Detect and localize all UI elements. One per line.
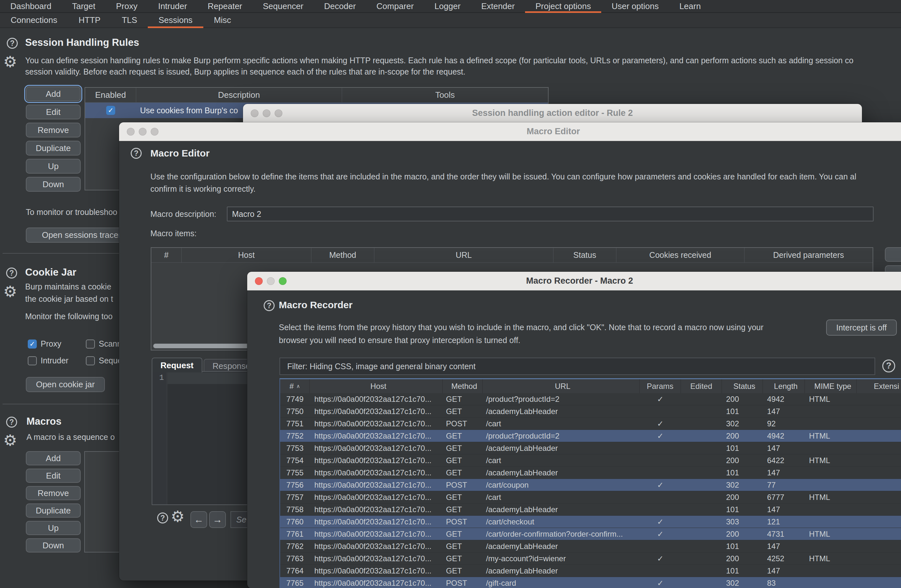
settings-gear-icon[interactable]: [3, 54, 17, 70]
column-header-status[interactable]: Status: [722, 379, 763, 393]
macros-action-button[interactable]: Down: [26, 538, 81, 552]
history-row[interactable]: 7751 https://0a0a00f2032aa127c1c70... PO…: [280, 418, 901, 430]
forward-arrow-button[interactable]: [209, 511, 226, 528]
column-header-url[interactable]: URL: [483, 379, 640, 393]
menu-item[interactable]: Logger: [424, 0, 471, 12]
window-titlebar[interactable]: Macro Recorder - Macro 2: [247, 272, 901, 290]
tool-checkbox-row[interactable]: Intruder: [28, 356, 69, 365]
column-header-host[interactable]: Host: [182, 248, 312, 262]
zoom-button[interactable]: [274, 109, 282, 117]
macros-action-button[interactable]: Remove: [26, 486, 81, 500]
rules-action-button[interactable]: Remove: [26, 123, 81, 137]
tool-checkbox-row[interactable]: Seque: [86, 356, 122, 365]
close-button[interactable]: [255, 277, 263, 285]
history-row[interactable]: 7753 https://0a0a00f2032aa127c1c70... GE…: [280, 442, 901, 454]
settings-gear-icon[interactable]: [3, 433, 17, 448]
minimize-button[interactable]: [139, 128, 147, 136]
help-icon[interactable]: [7, 38, 18, 49]
menu-item[interactable]: Proxy: [106, 0, 148, 12]
window-titlebar[interactable]: Macro Editor: [119, 122, 901, 141]
menu-item[interactable]: Intruder: [148, 0, 198, 12]
column-header-enabled[interactable]: Enabled: [85, 88, 136, 102]
rules-action-button[interactable]: Edit: [26, 104, 81, 119]
column-header-tools[interactable]: Tools: [342, 88, 548, 102]
history-row[interactable]: 7754 https://0a0a00f2032aa127c1c70... GE…: [280, 454, 901, 467]
macro-items-side-button[interactable]: [885, 247, 901, 262]
menu-item[interactable]: Target: [62, 0, 106, 12]
menu-item[interactable]: Project options: [525, 0, 601, 12]
back-arrow-button[interactable]: [190, 511, 207, 528]
history-row[interactable]: 7765 https://0a0a00f2032aa127c1c70... PO…: [280, 577, 901, 588]
menu-item[interactable]: Decoder: [314, 0, 366, 12]
open-cookie-jar-button[interactable]: Open cookie jar: [26, 377, 105, 392]
close-button[interactable]: [251, 109, 259, 117]
tab-item[interactable]: Sessions: [148, 13, 203, 27]
rules-action-button[interactable]: Up: [26, 159, 81, 174]
menu-item[interactable]: Sequencer: [253, 0, 314, 12]
rules-action-button[interactable]: Down: [26, 177, 81, 192]
menu-item[interactable]: User options: [601, 0, 669, 12]
macros-action-button[interactable]: Up: [26, 521, 81, 535]
history-row[interactable]: 7752 https://0a0a00f2032aa127c1c70... GE…: [280, 430, 901, 442]
rule-enabled-checkbox[interactable]: [106, 106, 115, 115]
history-row[interactable]: 7763 https://0a0a00f2032aa127c1c70... GE…: [280, 552, 901, 565]
history-row[interactable]: 7758 https://0a0a00f2032aa127c1c70... GE…: [280, 504, 901, 516]
tool-checkbox-row[interactable]: Scann: [86, 339, 122, 349]
help-icon[interactable]: [6, 268, 17, 279]
history-row[interactable]: 7761 https://0a0a00f2032aa127c1c70... GE…: [280, 528, 901, 540]
history-row[interactable]: 7764 https://0a0a00f2032aa127c1c70... GE…: [280, 565, 901, 577]
history-row[interactable]: 7762 https://0a0a00f2032aa127c1c70... GE…: [280, 540, 901, 552]
column-header-extension[interactable]: Extensi: [857, 379, 901, 393]
settings-gear-icon[interactable]: [171, 509, 185, 524]
history-row[interactable]: 7750 https://0a0a00f2032aa127c1c70... GE…: [280, 406, 901, 418]
history-filter-bar[interactable]: Filter: Hiding CSS, image and general bi…: [279, 357, 875, 375]
rules-action-button[interactable]: Duplicate: [26, 141, 81, 156]
help-icon[interactable]: [6, 416, 17, 427]
column-header-mime-type[interactable]: MIME type: [805, 379, 857, 393]
column-header-derived-parameters[interactable]: Derived parameters: [745, 248, 873, 262]
menu-item[interactable]: Comparer: [366, 0, 424, 12]
checkbox[interactable]: [86, 356, 95, 365]
checkbox[interactable]: [86, 340, 95, 349]
history-row[interactable]: 7755 https://0a0a00f2032aa127c1c70... GE…: [280, 467, 901, 479]
intercept-toggle-button[interactable]: Intercept is off: [826, 320, 897, 335]
column-header-url[interactable]: URL: [374, 248, 553, 262]
macros-action-button[interactable]: Edit: [26, 469, 81, 483]
checkbox[interactable]: [28, 340, 37, 349]
column-header-cookies-received[interactable]: Cookies received: [616, 248, 745, 262]
history-row[interactable]: 7749 https://0a0a00f2032aa127c1c70... GE…: [280, 393, 901, 406]
menu-item[interactable]: Dashboard: [0, 0, 62, 12]
history-row[interactable]: 7756 https://0a0a00f2032aa127c1c70... PO…: [280, 479, 901, 491]
close-button[interactable]: [127, 128, 134, 136]
menu-item[interactable]: Repeater: [198, 0, 253, 12]
filter-help-icon[interactable]: [882, 360, 895, 373]
zoom-button[interactable]: [151, 128, 159, 136]
menu-item[interactable]: Extender: [471, 0, 525, 12]
tab-item[interactable]: TLS: [111, 13, 148, 27]
macros-action-button[interactable]: Duplicate: [26, 504, 81, 518]
history-row[interactable]: 7760 https://0a0a00f2032aa127c1c70... PO…: [280, 516, 901, 528]
column-header-status[interactable]: Status: [553, 248, 616, 262]
tool-checkbox-row[interactable]: Proxy: [28, 339, 61, 349]
help-icon[interactable]: [157, 513, 168, 524]
settings-gear-icon[interactable]: [3, 284, 17, 299]
history-row[interactable]: 7757 https://0a0a00f2032aa127c1c70... GE…: [280, 491, 901, 504]
menu-item[interactable]: Learn: [669, 0, 711, 12]
column-header-number[interactable]: #: [280, 379, 310, 393]
macros-action-button[interactable]: Add: [26, 451, 81, 465]
column-header-params[interactable]: Params: [640, 379, 681, 393]
column-header-edited[interactable]: Edited: [681, 379, 722, 393]
tab-item[interactable]: HTTP: [68, 13, 111, 27]
column-header-length[interactable]: Length: [763, 379, 805, 393]
tab-item[interactable]: Misc: [203, 13, 242, 27]
checkbox[interactable]: [28, 356, 37, 365]
tab-request[interactable]: Request: [152, 357, 202, 373]
minimize-button[interactable]: [267, 277, 274, 285]
zoom-button[interactable]: [279, 277, 287, 285]
column-header-description[interactable]: Description: [136, 88, 342, 102]
column-header-number[interactable]: #: [151, 248, 182, 262]
window-titlebar[interactable]: Session handling action editor - Rule 2: [243, 104, 862, 123]
rules-action-button[interactable]: Add: [26, 86, 81, 101]
help-icon[interactable]: [263, 300, 274, 311]
column-header-host[interactable]: Host: [310, 379, 443, 393]
